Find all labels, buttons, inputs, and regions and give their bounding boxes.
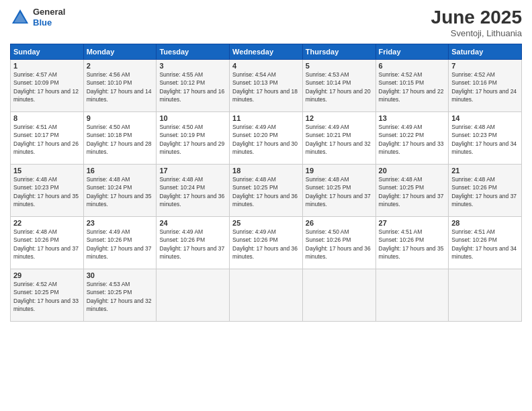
- calendar-day-cell: [449, 269, 522, 322]
- day-number: 18: [232, 167, 300, 175]
- calendar-day-cell: 30Sunrise: 4:53 AMSunset: 10:25 PMDaylig…: [83, 269, 157, 322]
- day-detail: Sunrise: 4:56 AMSunset: 10:10 PMDaylight…: [87, 71, 154, 103]
- calendar-day-cell: 20Sunrise: 4:48 AMSunset: 10:25 PMDaylig…: [375, 165, 449, 217]
- day-detail: Sunrise: 4:50 AMSunset: 10:18 PMDaylight…: [87, 123, 154, 156]
- day-number: 5: [306, 62, 373, 70]
- day-number: 3: [159, 62, 226, 70]
- title-block: June 2025 Sventoji, Lithuania: [431, 7, 522, 38]
- day-detail: Sunrise: 4:52 AMSunset: 10:25 PMDaylight…: [13, 280, 81, 313]
- calendar-day-cell: 7Sunrise: 4:52 AMSunset: 10:16 PMDayligh…: [449, 60, 522, 112]
- day-number: 24: [159, 219, 226, 227]
- day-number: 12: [306, 114, 373, 122]
- calendar-week-row: 1Sunrise: 4:57 AMSunset: 10:09 PMDayligh…: [11, 60, 522, 112]
- header-row: SundayMondayTuesdayWednesdayThursdayFrid…: [11, 44, 522, 60]
- day-number: 27: [379, 219, 446, 227]
- day-number: 29: [13, 271, 81, 279]
- calendar-day-cell: 5Sunrise: 4:53 AMSunset: 10:14 PMDayligh…: [302, 60, 375, 112]
- calendar-day-cell: 24Sunrise: 4:49 AMSunset: 10:26 PMDaylig…: [157, 217, 230, 269]
- calendar-day-cell: 12Sunrise: 4:49 AMSunset: 10:21 PMDaylig…: [302, 112, 375, 165]
- day-number: 6: [379, 62, 446, 70]
- day-number: 26: [306, 219, 373, 227]
- day-number: 1: [13, 62, 81, 70]
- calendar-day-cell: 29Sunrise: 4:52 AMSunset: 10:25 PMDaylig…: [11, 269, 84, 322]
- day-detail: Sunrise: 4:53 AMSunset: 10:25 PMDaylight…: [87, 280, 154, 313]
- day-detail: Sunrise: 4:54 AMSunset: 10:13 PMDaylight…: [232, 71, 300, 103]
- day-detail: Sunrise: 4:48 AMSunset: 10:23 PMDaylight…: [451, 123, 519, 156]
- day-number: 10: [159, 114, 226, 122]
- logo: General Blue: [10, 7, 65, 28]
- weekday-header: Saturday: [449, 44, 522, 60]
- calendar-day-cell: 1Sunrise: 4:57 AMSunset: 10:09 PMDayligh…: [11, 60, 84, 112]
- day-number: 15: [13, 167, 81, 175]
- day-detail: Sunrise: 4:51 AMSunset: 10:17 PMDaylight…: [13, 123, 81, 156]
- day-number: 13: [379, 114, 446, 122]
- calendar-day-cell: 16Sunrise: 4:48 AMSunset: 10:24 PMDaylig…: [83, 165, 157, 217]
- calendar-day-cell: 21Sunrise: 4:48 AMSunset: 10:26 PMDaylig…: [449, 165, 522, 217]
- day-number: 28: [451, 219, 519, 227]
- calendar-day-cell: 6Sunrise: 4:52 AMSunset: 10:15 PMDayligh…: [375, 60, 449, 112]
- day-detail: Sunrise: 4:48 AMSunset: 10:26 PMDaylight…: [13, 228, 81, 261]
- day-detail: Sunrise: 4:49 AMSunset: 10:26 PMDaylight…: [159, 228, 226, 261]
- calendar-day-cell: 13Sunrise: 4:49 AMSunset: 10:22 PMDaylig…: [375, 112, 449, 165]
- calendar-table: SundayMondayTuesdayWednesdayThursdayFrid…: [10, 44, 522, 322]
- page-header: General Blue June 2025 Sventoji, Lithuan…: [10, 7, 522, 38]
- calendar-week-row: 8Sunrise: 4:51 AMSunset: 10:17 PMDayligh…: [11, 112, 522, 165]
- month-title: June 2025: [431, 7, 522, 28]
- day-number: 7: [451, 62, 519, 70]
- calendar-day-cell: 8Sunrise: 4:51 AMSunset: 10:17 PMDayligh…: [11, 112, 84, 165]
- day-number: 20: [379, 167, 446, 175]
- calendar-page: General Blue June 2025 Sventoji, Lithuan…: [0, 0, 532, 411]
- calendar-day-cell: 19Sunrise: 4:48 AMSunset: 10:25 PMDaylig…: [302, 165, 375, 217]
- day-detail: Sunrise: 4:52 AMSunset: 10:16 PMDaylight…: [451, 71, 519, 103]
- day-number: 11: [232, 114, 300, 122]
- calendar-day-cell: 22Sunrise: 4:48 AMSunset: 10:26 PMDaylig…: [11, 217, 84, 269]
- calendar-day-cell: 25Sunrise: 4:49 AMSunset: 10:26 PMDaylig…: [230, 217, 303, 269]
- day-detail: Sunrise: 4:48 AMSunset: 10:23 PMDaylight…: [13, 175, 81, 208]
- day-detail: Sunrise: 4:49 AMSunset: 10:21 PMDaylight…: [306, 123, 373, 156]
- day-detail: Sunrise: 4:48 AMSunset: 10:24 PMDaylight…: [159, 175, 226, 208]
- day-number: 16: [87, 167, 154, 175]
- day-number: 23: [87, 219, 154, 227]
- calendar-day-cell: 11Sunrise: 4:49 AMSunset: 10:20 PMDaylig…: [230, 112, 303, 165]
- day-number: 21: [451, 167, 519, 175]
- logo-icon: [10, 7, 30, 28]
- calendar-day-cell: 23Sunrise: 4:49 AMSunset: 10:26 PMDaylig…: [83, 217, 157, 269]
- day-detail: Sunrise: 4:48 AMSunset: 10:25 PMDaylight…: [232, 175, 300, 208]
- day-detail: Sunrise: 4:50 AMSunset: 10:19 PMDaylight…: [159, 123, 226, 156]
- calendar-day-cell: 18Sunrise: 4:48 AMSunset: 10:25 PMDaylig…: [230, 165, 303, 217]
- day-detail: Sunrise: 4:52 AMSunset: 10:15 PMDaylight…: [379, 71, 446, 103]
- calendar-day-cell: 2Sunrise: 4:56 AMSunset: 10:10 PMDayligh…: [83, 60, 157, 112]
- day-number: 2: [87, 62, 154, 70]
- calendar-day-cell: 4Sunrise: 4:54 AMSunset: 10:13 PMDayligh…: [230, 60, 303, 112]
- calendar-day-cell: 27Sunrise: 4:51 AMSunset: 10:26 PMDaylig…: [375, 217, 449, 269]
- logo-text: General Blue: [33, 7, 65, 28]
- day-number: 19: [306, 167, 373, 175]
- location: Sventoji, Lithuania: [431, 28, 522, 38]
- day-detail: Sunrise: 4:49 AMSunset: 10:26 PMDaylight…: [87, 228, 154, 261]
- calendar-week-row: 29Sunrise: 4:52 AMSunset: 10:25 PMDaylig…: [11, 269, 522, 322]
- weekday-header: Tuesday: [157, 44, 230, 60]
- weekday-header: Friday: [375, 44, 449, 60]
- calendar-day-cell: 10Sunrise: 4:50 AMSunset: 10:19 PMDaylig…: [157, 112, 230, 165]
- day-detail: Sunrise: 4:49 AMSunset: 10:20 PMDaylight…: [232, 123, 300, 156]
- calendar-day-cell: 17Sunrise: 4:48 AMSunset: 10:24 PMDaylig…: [157, 165, 230, 217]
- weekday-header: Thursday: [302, 44, 375, 60]
- day-detail: Sunrise: 4:48 AMSunset: 10:26 PMDaylight…: [451, 175, 519, 208]
- calendar-day-cell: 3Sunrise: 4:55 AMSunset: 10:12 PMDayligh…: [157, 60, 230, 112]
- calendar-day-cell: 15Sunrise: 4:48 AMSunset: 10:23 PMDaylig…: [11, 165, 84, 217]
- weekday-header: Sunday: [11, 44, 84, 60]
- day-number: 25: [232, 219, 300, 227]
- calendar-day-cell: 28Sunrise: 4:51 AMSunset: 10:26 PMDaylig…: [449, 217, 522, 269]
- calendar-day-cell: 14Sunrise: 4:48 AMSunset: 10:23 PMDaylig…: [449, 112, 522, 165]
- day-detail: Sunrise: 4:55 AMSunset: 10:12 PMDaylight…: [159, 71, 226, 103]
- calendar-day-cell: [375, 269, 449, 322]
- calendar-day-cell: [230, 269, 303, 322]
- day-number: 22: [13, 219, 81, 227]
- logo-general: General: [33, 7, 65, 17]
- day-detail: Sunrise: 4:51 AMSunset: 10:26 PMDaylight…: [451, 228, 519, 261]
- day-number: 4: [232, 62, 300, 70]
- calendar-day-cell: [157, 269, 230, 322]
- calendar-day-cell: 26Sunrise: 4:50 AMSunset: 10:26 PMDaylig…: [302, 217, 375, 269]
- day-detail: Sunrise: 4:49 AMSunset: 10:22 PMDaylight…: [379, 123, 446, 156]
- weekday-header: Monday: [83, 44, 157, 60]
